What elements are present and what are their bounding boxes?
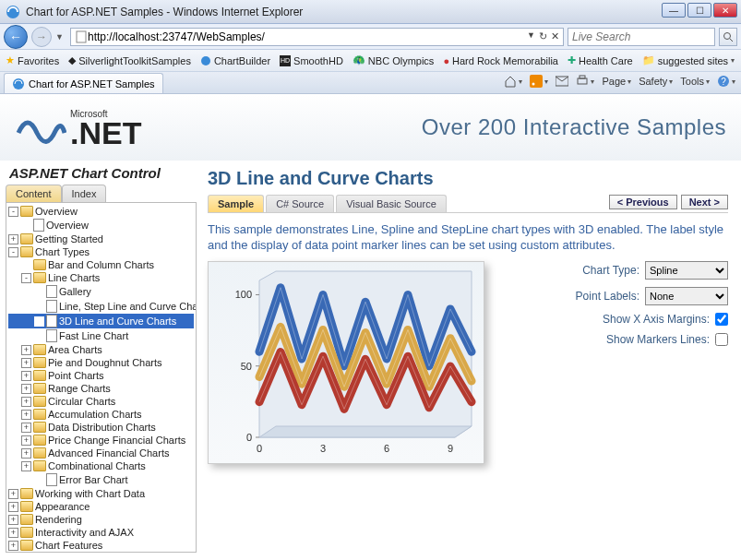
maximize-button[interactable]: ☐ bbox=[687, 3, 711, 18]
fav-link-hardrock[interactable]: ●Hard Rock Memorabilia bbox=[443, 55, 558, 66]
favorites-label: Favorites bbox=[18, 55, 59, 66]
sidebar-tab-index[interactable]: Index bbox=[62, 185, 107, 202]
tree-node[interactable]: Gallery bbox=[8, 284, 194, 299]
expand-icon[interactable]: + bbox=[21, 423, 31, 433]
safety-menu[interactable]: Safety ▾ bbox=[639, 76, 673, 87]
tree-node-label: Rendering bbox=[35, 514, 82, 525]
tree-node[interactable]: +Data Distribution Charts bbox=[8, 421, 194, 434]
tree-node[interactable]: 3D Line and Curve Charts bbox=[8, 314, 194, 328]
fav-link-silverlight[interactable]: ◆SilverlightToolkitSamples bbox=[68, 54, 191, 66]
page-menu[interactable]: Page ▾ bbox=[602, 76, 631, 87]
help-icon: ? bbox=[717, 75, 730, 88]
url-dropdown-icon[interactable]: ▼ bbox=[527, 30, 535, 42]
expand-icon[interactable]: + bbox=[8, 489, 18, 499]
tree-node[interactable]: +Advanced Financial Charts bbox=[8, 447, 194, 459]
tree-node[interactable]: +Range Charts bbox=[8, 382, 194, 395]
help-button[interactable]: ?▾ bbox=[717, 75, 735, 88]
tree-node[interactable]: +Appearance bbox=[8, 500, 194, 513]
tree-node[interactable]: +Interactivity and AJAX bbox=[8, 526, 194, 539]
expand-icon[interactable]: + bbox=[21, 371, 31, 381]
window-titlebar: Chart for ASP.NET Samples - Windows Inte… bbox=[0, 0, 741, 24]
fav-link-healthcare[interactable]: ✚Health Care bbox=[568, 54, 633, 66]
feeds-button[interactable]: ▾ bbox=[530, 75, 548, 88]
tab-csharp[interactable]: C# Source bbox=[266, 195, 334, 212]
dotnet-wave-icon bbox=[15, 105, 66, 149]
tree-node[interactable]: Overview bbox=[8, 218, 194, 232]
tab-vb[interactable]: Visual Basic Source bbox=[336, 195, 447, 212]
mail-icon bbox=[556, 76, 568, 87]
fav-link-chartbuilder[interactable]: ChartBuilder bbox=[200, 55, 270, 66]
chart-preview: 0501000369 bbox=[208, 261, 484, 464]
address-input[interactable] bbox=[88, 30, 527, 43]
x-margins-checkbox[interactable] bbox=[715, 313, 728, 326]
markers-checkbox[interactable] bbox=[715, 333, 728, 346]
tree-node[interactable]: Error Bar Chart bbox=[8, 472, 194, 487]
expand-icon[interactable]: + bbox=[21, 435, 31, 446]
previous-button[interactable]: < Previous bbox=[609, 195, 677, 209]
back-button[interactable]: ← bbox=[4, 25, 28, 49]
page-icon bbox=[46, 285, 57, 298]
collapse-icon[interactable]: - bbox=[8, 207, 18, 217]
home-button[interactable]: ▾ bbox=[504, 75, 522, 88]
tree-node-label: Range Charts bbox=[48, 383, 111, 394]
expand-icon[interactable]: + bbox=[21, 358, 31, 368]
collapse-icon[interactable]: - bbox=[21, 273, 31, 283]
refresh-button[interactable]: ↻ bbox=[539, 30, 547, 42]
expand-icon[interactable]: + bbox=[8, 515, 18, 525]
fav-link-nbc[interactable]: 🦚NBC Olympics bbox=[353, 54, 435, 66]
nav-history-dropdown[interactable]: ▼ bbox=[55, 32, 66, 42]
search-input[interactable] bbox=[572, 30, 711, 43]
tree-node[interactable]: -Overview bbox=[8, 205, 194, 218]
search-bar[interactable] bbox=[568, 28, 715, 46]
chart-type-select[interactable]: LineSplineStepLine bbox=[645, 261, 728, 280]
tree-node[interactable]: +Working with Chart Data bbox=[8, 487, 194, 500]
tools-menu[interactable]: Tools ▾ bbox=[680, 76, 710, 87]
fav-link-suggested[interactable]: 📁suggested sites ▾ bbox=[642, 54, 735, 66]
minimize-button[interactable]: — bbox=[662, 3, 686, 18]
search-go-button[interactable] bbox=[719, 28, 737, 46]
expand-icon[interactable]: + bbox=[21, 461, 31, 471]
expand-icon[interactable]: + bbox=[8, 528, 18, 538]
collapse-icon[interactable]: - bbox=[8, 247, 18, 257]
fav-link-smoothhd[interactable]: HDSmoothHD bbox=[280, 55, 343, 66]
tree-node[interactable]: +Area Charts bbox=[8, 343, 194, 356]
expand-icon[interactable]: + bbox=[8, 234, 18, 244]
expand-icon[interactable]: + bbox=[8, 541, 18, 551]
expand-icon[interactable]: + bbox=[21, 384, 31, 394]
tree-node[interactable]: +Combinational Charts bbox=[8, 459, 194, 472]
tree-node[interactable]: +Pie and Doughnut Charts bbox=[8, 356, 194, 369]
tree-node[interactable]: -Chart Types bbox=[8, 245, 194, 258]
expand-icon[interactable]: + bbox=[8, 502, 18, 512]
tree-node[interactable]: -Line Charts bbox=[8, 271, 194, 284]
tree-node[interactable]: +Chart Features bbox=[8, 539, 194, 552]
tree-node[interactable]: +Getting Started bbox=[8, 232, 194, 245]
expand-icon[interactable]: + bbox=[21, 345, 31, 355]
tree-node[interactable]: +Accumulation Charts bbox=[8, 408, 194, 421]
expand-icon[interactable]: + bbox=[21, 397, 31, 407]
point-labels-select[interactable]: NoneAutoTop bbox=[645, 287, 728, 305]
tree-node[interactable]: Fast Line Chart bbox=[8, 328, 194, 343]
browser-tab[interactable]: Chart for ASP.NET Samples bbox=[4, 73, 163, 93]
expand-icon[interactable]: + bbox=[21, 448, 31, 459]
print-button[interactable]: ▾ bbox=[576, 75, 594, 88]
tree-node[interactable]: Line, Step Line and Curve Charts bbox=[8, 299, 194, 314]
tree-node[interactable]: +Price Change Financial Charts bbox=[8, 434, 194, 447]
next-button[interactable]: Next > bbox=[681, 195, 728, 209]
tree-node[interactable]: +Rendering bbox=[8, 513, 194, 526]
stop-button[interactable]: ✕ bbox=[551, 30, 559, 42]
mail-button[interactable] bbox=[556, 76, 568, 87]
tab-sample[interactable]: Sample bbox=[208, 195, 264, 212]
expand-icon[interactable]: + bbox=[21, 410, 31, 420]
folder-icon bbox=[33, 409, 46, 420]
favorites-button[interactable]: ★Favorites bbox=[6, 54, 59, 66]
tree-node[interactable]: +Point Charts bbox=[8, 369, 194, 382]
tree-view[interactable]: -OverviewOverview+Getting Started-Chart … bbox=[6, 202, 197, 553]
tree-node[interactable]: +Circular Charts bbox=[8, 395, 194, 408]
tree-node[interactable]: Bar and Column Charts bbox=[8, 258, 194, 271]
address-bar[interactable]: ▼ ↻ ✕ bbox=[70, 28, 564, 46]
sidebar-tab-content[interactable]: Content bbox=[6, 185, 62, 202]
tree-node-label: Area Charts bbox=[48, 344, 102, 355]
close-button[interactable]: ✕ bbox=[713, 3, 737, 18]
forward-button[interactable]: → bbox=[31, 27, 52, 47]
tree-node-label: Overview bbox=[46, 220, 89, 231]
